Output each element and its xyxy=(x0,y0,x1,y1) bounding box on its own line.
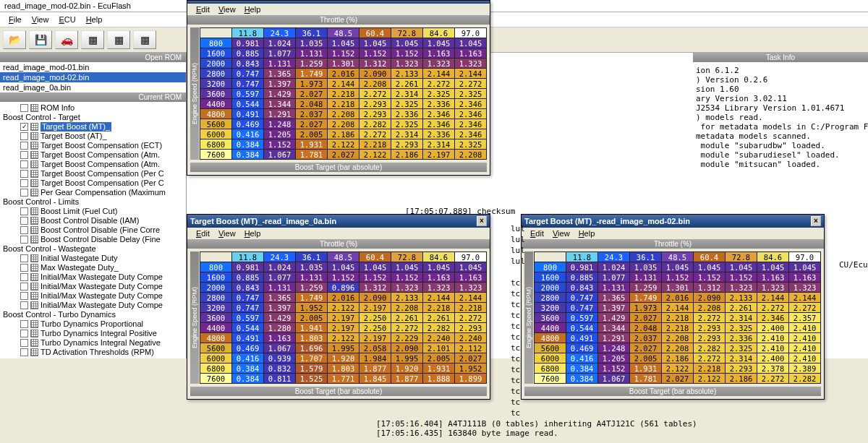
data-cell[interactable]: 1.248 xyxy=(598,343,630,353)
rpm-row[interactable]: 4800 xyxy=(200,109,232,119)
data-cell[interactable]: 1.045 xyxy=(423,262,455,272)
data-cell[interactable]: 2.122 xyxy=(328,303,359,313)
data-cell[interactable]: 0.384 xyxy=(232,374,264,384)
data-cell[interactable]: 1.045 xyxy=(423,38,455,48)
data-cell[interactable]: 2.208 xyxy=(662,333,694,343)
data-cell[interactable]: 0.896 xyxy=(328,283,359,293)
window-titlebar[interactable]: Target Boost (MT)_-read_image_mod-02.bin… xyxy=(522,215,824,228)
data-cell[interactable]: 1.920 xyxy=(328,353,359,364)
car-icon[interactable]: 🚗 xyxy=(55,30,78,49)
data-cell[interactable]: 2.048 xyxy=(630,323,662,333)
tree-item[interactable]: Boost Control Disable (IAM) xyxy=(0,216,186,225)
data-cell[interactable]: 2.410 xyxy=(789,323,821,333)
data-cell[interactable]: 2.272 xyxy=(391,323,423,333)
checkbox-icon[interactable] xyxy=(20,207,28,215)
data-cell[interactable]: 2.250 xyxy=(359,323,391,333)
data-cell[interactable]: 2.186 xyxy=(391,150,423,160)
throttle-col[interactable]: 84.6 xyxy=(757,252,789,262)
throttle-col[interactable]: 24.3 xyxy=(598,252,630,262)
data-cell[interactable]: 1.941 xyxy=(296,323,328,333)
data-cell[interactable]: 2.293 xyxy=(359,99,391,109)
menu-file[interactable]: File xyxy=(4,14,26,25)
checkbox-icon[interactable] xyxy=(20,151,28,159)
data-cell[interactable]: 2.144 xyxy=(789,293,821,303)
data-cell[interactable]: 2.037 xyxy=(296,109,328,119)
data-cell[interactable]: 1.163 xyxy=(455,48,487,59)
rpm-row[interactable]: 6000 xyxy=(200,129,232,139)
tree-category[interactable]: Boost Control - Target xyxy=(0,113,186,122)
data-cell[interactable]: 1.205 xyxy=(264,129,296,139)
data-cell[interactable]: 2.325 xyxy=(455,89,487,99)
data-cell[interactable]: 1.429 xyxy=(264,313,296,323)
tree-category[interactable]: Boost Control - Wastegate xyxy=(0,244,186,254)
data-cell[interactable]: 1.045 xyxy=(359,262,391,272)
data-cell[interactable]: 1.035 xyxy=(296,38,328,48)
data-cell[interactable]: 1.163 xyxy=(757,272,789,283)
data-cell[interactable]: 2.282 xyxy=(789,374,821,384)
checkbox-icon[interactable] xyxy=(20,320,28,328)
data-cell[interactable]: 1.920 xyxy=(391,364,423,374)
checkbox-icon[interactable] xyxy=(20,330,28,337)
data-cell[interactable]: 2.272 xyxy=(423,79,455,89)
data-cell[interactable]: 0.981 xyxy=(232,38,264,48)
tree-item[interactable]: Initial Wastegate Duty xyxy=(0,254,186,263)
checkbox-icon[interactable] xyxy=(20,226,28,234)
data-cell[interactable]: 2.357 xyxy=(789,313,821,323)
tree-item[interactable]: Target Boost Compensation (Per C xyxy=(0,179,186,188)
data-cell[interactable]: 0.469 xyxy=(232,343,264,353)
data-cell[interactable]: 1.973 xyxy=(296,79,328,89)
rpm-row[interactable]: 2800 xyxy=(200,69,232,79)
data-cell[interactable]: 2.218 xyxy=(423,303,455,313)
data-cell[interactable]: 1.131 xyxy=(264,283,296,293)
data-cell[interactable]: 1.024 xyxy=(264,262,296,272)
data-cell[interactable]: 2.016 xyxy=(328,293,359,303)
checkbox-icon[interactable] xyxy=(20,292,28,300)
data-cell[interactable]: 0.544 xyxy=(566,323,598,333)
data-cell[interactable]: 1.259 xyxy=(296,59,328,69)
data-cell[interactable]: 2.410 xyxy=(789,343,821,353)
checkbox-icon[interactable] xyxy=(20,254,28,262)
throttle-col[interactable]: 97.0 xyxy=(455,252,487,262)
data-cell[interactable]: 1.323 xyxy=(423,283,455,293)
data-cell[interactable]: 1.259 xyxy=(630,283,662,293)
data-cell[interactable]: 1.312 xyxy=(694,283,726,293)
tree-item[interactable]: Turbo Dynamics Integral Negative xyxy=(0,338,186,348)
data-cell[interactable]: 2.293 xyxy=(359,109,391,119)
data-cell[interactable]: 1.952 xyxy=(455,364,487,374)
data-cell[interactable]: 2.378 xyxy=(757,364,789,374)
throttle-col[interactable]: 84.6 xyxy=(423,252,455,262)
data-cell[interactable]: 1.707 xyxy=(296,353,328,364)
data-cell[interactable]: 1.152 xyxy=(264,139,296,150)
tree-item[interactable]: Initial/Max Wastegate Duty Compe xyxy=(0,282,186,291)
data-cell[interactable]: 2.208 xyxy=(455,150,487,160)
data-cell[interactable]: 2.325 xyxy=(423,89,455,99)
data-cell[interactable]: 1.131 xyxy=(296,48,328,59)
data-cell[interactable]: 1.035 xyxy=(630,262,662,272)
throttle-col[interactable]: 48.5 xyxy=(662,252,694,262)
data-cell[interactable]: 1.952 xyxy=(296,303,328,313)
data-cell[interactable]: 2.090 xyxy=(694,293,726,303)
data-cell[interactable]: 1.024 xyxy=(264,38,296,48)
checkbox-icon[interactable] xyxy=(20,264,28,272)
data-cell[interactable]: 1.323 xyxy=(757,283,789,293)
data-cell[interactable]: 1.045 xyxy=(662,262,694,272)
data-cell[interactable]: 2.261 xyxy=(391,79,423,89)
data-cell[interactable]: 0.843 xyxy=(232,283,264,293)
tree-item[interactable]: Target Boost Compensation (ECT) xyxy=(0,141,186,150)
data-cell[interactable]: 2.325 xyxy=(391,119,423,129)
checkbox-icon[interactable] xyxy=(20,236,28,244)
data-cell[interactable]: 2.197 xyxy=(328,323,359,333)
data-cell[interactable]: 2.410 xyxy=(757,343,789,353)
rpm-row[interactable]: 5600 xyxy=(200,119,232,129)
data-cell[interactable]: 1.579 xyxy=(296,364,328,374)
tree-item[interactable]: ✓Target Boost (MT)_ xyxy=(0,122,186,132)
tree-item[interactable]: Max Wastegate Duty_ xyxy=(0,263,186,272)
data-cell[interactable]: 0.544 xyxy=(232,323,264,333)
window-titlebar[interactable]: Target Boost (MT)_-read_image_0a.bin× xyxy=(187,215,490,228)
data-cell[interactable]: 1.152 xyxy=(328,272,359,283)
data-cell[interactable]: 2.208 xyxy=(391,303,423,313)
data-cell[interactable]: 0.747 xyxy=(566,303,598,313)
data-cell[interactable]: 0.416 xyxy=(566,353,598,364)
data-cell[interactable]: 2.186 xyxy=(328,129,359,139)
data-cell[interactable]: 2.229 xyxy=(391,333,423,343)
